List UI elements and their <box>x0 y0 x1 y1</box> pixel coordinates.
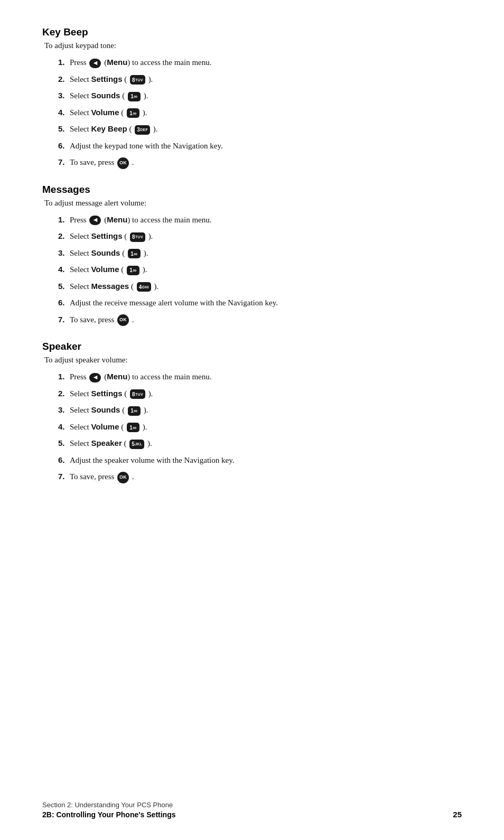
key-3def: 3DEF <box>135 125 150 135</box>
step-5-messages: 5. Select Messages ( 4GHI ). <box>58 281 462 293</box>
menu-button-icon-spk: ◀ <box>89 373 101 382</box>
key-8tuv: 8TUV <box>130 75 145 85</box>
section-key-beep: Key Beep To adjust keypad tone: 1. Press… <box>42 26 462 169</box>
menu-button-icon-msg: ◀ <box>89 216 101 225</box>
menu-button-icon: ◀ <box>89 59 101 68</box>
step-1-messages: 1. Press ◀ (Menu) to access the main men… <box>58 214 462 226</box>
steps-key-beep: 1. Press ◀ (Menu) to access the main men… <box>58 57 462 169</box>
key-1-sounds-msg: 1∞ <box>128 249 141 258</box>
step-5-key-beep: 5. Select Key Beep ( 3DEF ). <box>58 123 462 135</box>
intro-speaker: To adjust speaker volume: <box>44 356 462 365</box>
ok-button-speaker: OK <box>117 472 129 483</box>
page-content: Key Beep To adjust keypad tone: 1. Press… <box>0 0 504 540</box>
section-speaker: Speaker To adjust speaker volume: 1. Pre… <box>42 341 462 483</box>
key-1-volume-msg: 1∞ <box>127 266 139 275</box>
key-1-volume: 1∞ <box>127 108 139 118</box>
step-2-messages: 2. Select Settings ( 8TUV ). <box>58 230 462 242</box>
key-4ghi-msg: 4GHI <box>137 282 151 292</box>
step-7-messages: 7. To save, press OK . <box>58 314 462 326</box>
step-4-messages: 4. Select Volume ( 1∞ ). <box>58 264 462 276</box>
steps-messages: 1. Press ◀ (Menu) to access the main men… <box>58 214 462 326</box>
footer-bottom: 2B: Controlling Your Phone's Settings 25 <box>42 810 462 819</box>
step-7-speaker: 7. To save, press OK . <box>58 471 462 483</box>
intro-key-beep: To adjust keypad tone: <box>44 41 462 50</box>
step-3-key-beep: 3. Select Sounds ( 1∞ ). <box>58 90 462 102</box>
section-title-messages: Messages <box>42 184 462 195</box>
ok-button-messages: OK <box>117 314 129 326</box>
footer-chapter-label: 2B: Controlling Your Phone's Settings <box>42 810 176 819</box>
step-4-key-beep: 4. Select Volume ( 1∞ ). <box>58 107 462 119</box>
step-5-speaker: 5. Select Speaker ( 5JKL ). <box>58 437 462 450</box>
key-8tuv-spk: 8TUV <box>130 389 145 399</box>
ok-button-key-beep: OK <box>117 157 129 169</box>
step-7-key-beep: 7. To save, press OK . <box>58 156 462 169</box>
step-2-key-beep: 2. Select Settings ( 8TUV ). <box>58 73 462 86</box>
footer-section-label: Section 2: Understanding Your PCS Phone <box>42 801 462 809</box>
step-4-speaker: 4. Select Volume ( 1∞ ). <box>58 421 462 433</box>
key-8tuv-msg: 8TUV <box>130 232 145 242</box>
step-2-speaker: 2. Select Settings ( 8TUV ). <box>58 388 462 400</box>
section-title-speaker: Speaker <box>42 341 462 352</box>
key-5jkl-spk: 5JKL <box>129 440 144 449</box>
step-1-key-beep: 1. Press ◀ (Menu) to access the main men… <box>58 57 462 69</box>
section-messages: Messages To adjust message alert volume:… <box>42 184 462 326</box>
key-1-volume-spk: 1∞ <box>127 423 139 432</box>
footer-page-number: 25 <box>453 810 462 819</box>
key-1-sounds: 1∞ <box>128 92 141 101</box>
page-footer: Section 2: Understanding Your PCS Phone … <box>42 801 462 819</box>
step-1-speaker: 1. Press ◀ (Menu) to access the main men… <box>58 371 462 383</box>
step-6-messages: 6. Adjust the receive message alert volu… <box>58 297 462 309</box>
step-3-messages: 3. Select Sounds ( 1∞ ). <box>58 247 462 259</box>
step-6-key-beep: 6. Adjust the keypad tone with the Navig… <box>58 140 462 152</box>
section-title-key-beep: Key Beep <box>42 26 462 38</box>
steps-speaker: 1. Press ◀ (Menu) to access the main men… <box>58 371 462 483</box>
step-3-speaker: 3. Select Sounds ( 1∞ ). <box>58 404 462 416</box>
key-1-sounds-spk: 1∞ <box>128 406 141 416</box>
step-6-speaker: 6. Adjust the speaker volume with the Na… <box>58 454 462 466</box>
intro-messages: To adjust message alert volume: <box>44 199 462 208</box>
